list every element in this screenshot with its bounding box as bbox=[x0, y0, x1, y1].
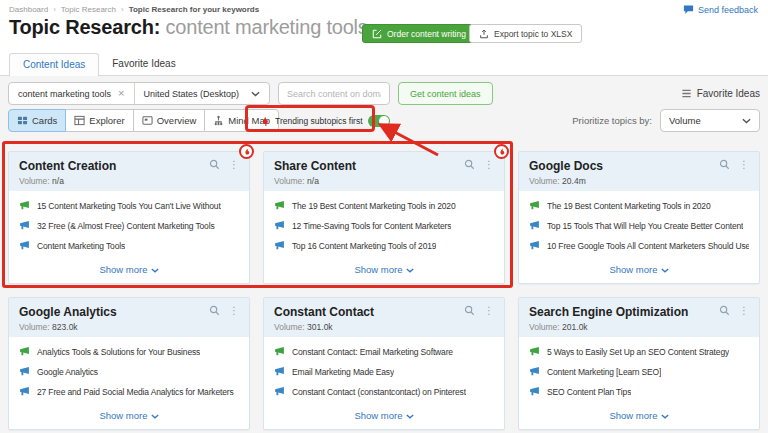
headline-item[interactable]: Constant Contact: Email Marketing Softwa… bbox=[274, 346, 494, 357]
headline-item[interactable]: Top 15 Tools That Will Help You Create B… bbox=[529, 220, 749, 231]
article-icon bbox=[274, 220, 285, 231]
topic-card-seo: Search Engine Optimization ⋮ Volume: 201… bbox=[518, 297, 760, 430]
headline-item[interactable]: Content Marketing Tools bbox=[19, 240, 239, 251]
headline-item[interactable]: Constant Contact (constantcontact) on Pi… bbox=[274, 386, 494, 397]
view-tab-explorer[interactable]: Explorer bbox=[65, 109, 133, 132]
show-more-link[interactable]: Show more bbox=[274, 262, 494, 278]
remove-keyword-icon[interactable]: × bbox=[118, 88, 124, 99]
article-icon bbox=[19, 240, 30, 251]
card-title[interactable]: Content Creation bbox=[19, 159, 116, 173]
page-title-query: content marketing tools bbox=[165, 16, 367, 38]
headline-text: Email Marketing Made Easy bbox=[292, 367, 394, 377]
order-content-writing-button[interactable]: Order content writing bbox=[362, 24, 476, 43]
headline-item[interactable]: The 19 Best Content Marketing Tools in 2… bbox=[529, 200, 749, 211]
headline-text: 32 Free (& Almost Free) Content Marketin… bbox=[37, 221, 215, 231]
card-search-icon[interactable] bbox=[464, 305, 475, 316]
card-title[interactable]: Google Analytics bbox=[19, 305, 117, 319]
get-content-ideas-button[interactable]: Get content ideas bbox=[398, 82, 493, 105]
topic-card-share-content: Share Content ⋮ Volume: n/a The 19 Best … bbox=[263, 151, 505, 284]
prioritize-select[interactable]: Volume bbox=[660, 109, 760, 132]
volume-label: Volume: bbox=[529, 176, 560, 186]
card-menu-icon[interactable]: ⋮ bbox=[229, 160, 239, 170]
view-tab-cards[interactable]: Cards bbox=[8, 109, 66, 132]
article-icon bbox=[19, 220, 30, 231]
article-icon bbox=[529, 346, 540, 357]
article-icon bbox=[529, 220, 540, 231]
show-more-link[interactable]: Show more bbox=[529, 408, 749, 424]
headline-item[interactable]: Content Marketing [Learn SEO] bbox=[529, 366, 749, 377]
show-more-link[interactable]: Show more bbox=[19, 262, 239, 278]
headline-item[interactable]: Analytics Tools & Solutions for Your Bus… bbox=[19, 346, 239, 357]
headline-item[interactable]: 32 Free (& Almost Free) Content Marketin… bbox=[19, 220, 239, 231]
breadcrumb-dashboard[interactable]: Dashboard bbox=[9, 5, 48, 14]
view-tab-explorer-label: Explorer bbox=[89, 115, 124, 126]
breadcrumb-current: Topic Research for your keywords bbox=[129, 5, 260, 14]
article-icon bbox=[529, 386, 540, 397]
headline-item[interactable]: 10 Free Google Tools All Content Markete… bbox=[529, 240, 749, 251]
headline-item[interactable]: 27 Free and Paid Social Media Analytics … bbox=[19, 386, 239, 397]
show-more-link[interactable]: Show more bbox=[19, 408, 239, 424]
show-more-link[interactable]: Show more bbox=[529, 262, 749, 278]
view-tab-overview[interactable]: Overview bbox=[133, 109, 206, 132]
headline-item[interactable]: Top 16 Content Marketing Tools of 2019 bbox=[274, 240, 494, 251]
chevron-down-icon bbox=[251, 91, 260, 97]
card-title[interactable]: Search Engine Optimization bbox=[529, 305, 688, 319]
card-header: Constant Contact ⋮ Volume: 301.0k bbox=[264, 298, 504, 337]
region-select[interactable]: United States (Desktop) bbox=[135, 83, 270, 104]
prioritize-control: Prioritize topics by: Volume bbox=[572, 109, 760, 132]
main-tabs: Content Ideas Favorite Ideas bbox=[9, 53, 189, 76]
card-body: The 19 Best Content Marketing Tools in 2… bbox=[264, 191, 504, 283]
card-title[interactable]: Constant Contact bbox=[274, 305, 374, 319]
domain-search-input[interactable] bbox=[278, 82, 390, 105]
volume-label: Volume: bbox=[274, 176, 305, 186]
volume-value: 301.0k bbox=[307, 322, 333, 332]
page-title-prefix: Topic Research: bbox=[9, 16, 160, 38]
chevron-down-icon bbox=[406, 414, 414, 419]
card-title[interactable]: Share Content bbox=[274, 159, 356, 173]
region-select-value: United States (Desktop) bbox=[144, 89, 240, 99]
card-search-icon[interactable] bbox=[719, 159, 730, 170]
headline-item[interactable]: 15 Content Marketing Tools You Can't Liv… bbox=[19, 200, 239, 211]
trending-subtopics-toggle[interactable]: Trending subtopics first bbox=[260, 109, 390, 132]
send-feedback-link[interactable]: Send feedback bbox=[683, 4, 758, 15]
headline-item[interactable]: 5 Ways to Easily Set Up an SEO Content S… bbox=[529, 346, 749, 357]
breadcrumb-topic-research[interactable]: Topic Research bbox=[61, 5, 116, 14]
chevron-down-icon bbox=[406, 268, 414, 273]
favorite-ideas-link[interactable]: Favorite Ideas bbox=[681, 88, 760, 99]
keyword-chip[interactable]: content marketing tools × bbox=[9, 83, 134, 104]
headline-text: SEO Content Plan Tips bbox=[547, 387, 631, 397]
card-menu-icon[interactable]: ⋮ bbox=[739, 160, 749, 170]
view-switcher: Cards Explorer Overview Mind Map bbox=[8, 109, 279, 132]
toggle-switch-on[interactable] bbox=[368, 115, 390, 127]
volume-label: Volume: bbox=[19, 176, 50, 186]
card-menu-icon[interactable]: ⋮ bbox=[739, 306, 749, 316]
article-icon bbox=[19, 386, 30, 397]
tab-content-ideas[interactable]: Content Ideas bbox=[9, 53, 99, 76]
card-menu-icon[interactable]: ⋮ bbox=[484, 160, 494, 170]
article-icon bbox=[529, 240, 540, 251]
article-icon bbox=[529, 200, 540, 211]
volume-value: 823.0k bbox=[52, 322, 78, 332]
headline-item[interactable]: Email Marketing Made Easy bbox=[274, 366, 494, 377]
card-menu-icon[interactable]: ⋮ bbox=[229, 306, 239, 316]
card-title[interactable]: Google Docs bbox=[529, 159, 603, 173]
export-xlsx-button[interactable]: Export topic to XLSX bbox=[469, 24, 582, 43]
headline-text: Analytics Tools & Solutions for Your Bus… bbox=[37, 347, 200, 357]
card-menu-icon[interactable]: ⋮ bbox=[484, 306, 494, 316]
card-search-icon[interactable] bbox=[209, 305, 220, 316]
headline-item[interactable]: Google Analytics bbox=[19, 366, 239, 377]
headline-item[interactable]: The 19 Best Content Marketing Tools in 2… bbox=[274, 200, 494, 211]
headline-item[interactable]: SEO Content Plan Tips bbox=[529, 386, 749, 397]
show-more-link[interactable]: Show more bbox=[274, 408, 494, 424]
breadcrumb-separator: › bbox=[53, 5, 56, 14]
headline-item[interactable]: 12 Time-Saving Tools for Content Markete… bbox=[274, 220, 494, 231]
export-button-label: Export topic to XLSX bbox=[494, 29, 572, 39]
card-search-icon[interactable] bbox=[209, 159, 220, 170]
tab-favorite-ideas[interactable]: Favorite Ideas bbox=[99, 53, 188, 76]
headline-text: The 19 Best Content Marketing Tools in 2… bbox=[292, 201, 456, 211]
headline-text: Top 15 Tools That Will Help You Create B… bbox=[547, 221, 743, 231]
card-search-icon[interactable] bbox=[464, 159, 475, 170]
headline-text: 27 Free and Paid Social Media Analytics … bbox=[37, 387, 234, 397]
card-search-icon[interactable] bbox=[719, 305, 730, 316]
headline-text: Constant Contact (constantcontact) on Pi… bbox=[292, 387, 466, 397]
